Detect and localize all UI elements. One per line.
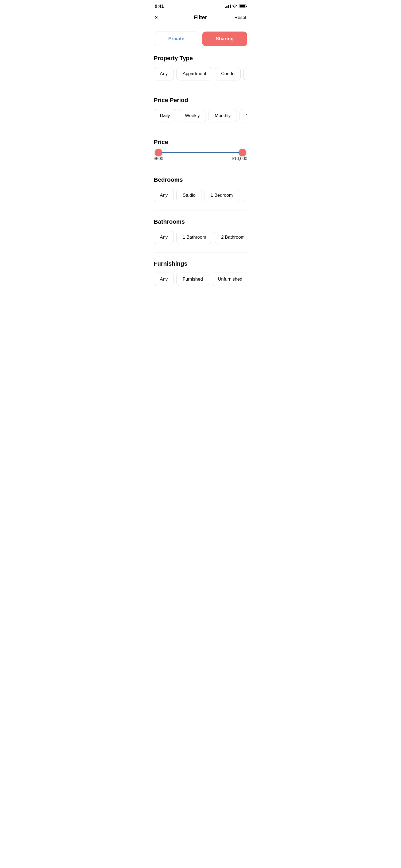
furnished-chip[interactable]: Furnished <box>177 273 209 286</box>
furnishing-chips: Any Furnished Unfurnished <box>154 273 247 287</box>
filter-content: Private Sharing Property Type Any Appart… <box>148 25 253 301</box>
unfurnished-chip[interactable]: Unfurnished <box>212 273 247 286</box>
property-house-chip[interactable]: House <box>243 67 247 81</box>
bedroom-any-chip[interactable]: Any <box>154 189 174 202</box>
sharing-toggle[interactable]: Sharing <box>202 32 247 46</box>
divider-1 <box>154 89 247 89</box>
price-min-thumb[interactable] <box>155 149 162 156</box>
private-toggle[interactable]: Private <box>154 32 199 46</box>
property-apartment-chip[interactable]: Appartment <box>177 67 212 81</box>
bathroom-chips: Any 1 Bathroom 2 Bathroom 3 Bathroom <box>154 230 247 245</box>
period-yearly-chip[interactable]: Yearly <box>240 109 247 122</box>
filter-header: × Filter Reset <box>148 11 253 25</box>
furnishing-any-chip[interactable]: Any <box>154 273 174 286</box>
listing-type-toggle: Private Sharing <box>154 32 247 46</box>
bedroom-1-chip[interactable]: 1 Bedroom <box>205 189 239 202</box>
bathrooms-title: Bathrooms <box>154 218 247 225</box>
furnishings-title: Furnishings <box>154 260 247 267</box>
price-track <box>156 152 245 153</box>
status-time: 9:41 <box>155 4 164 9</box>
price-max-label: $10,000 <box>232 156 247 161</box>
status-icons <box>225 4 246 9</box>
signal-icon <box>225 4 231 8</box>
price-period-chips: Daily Weekly Monthly Yearly <box>154 109 247 123</box>
property-type-title: Property Type <box>154 55 247 62</box>
furnishings-section: Furnishings Any Furnished Unfurnished <box>154 260 247 287</box>
bedroom-2-chip[interactable]: 2 Bedroom <box>242 189 247 202</box>
divider-4 <box>154 211 247 211</box>
status-bar: 9:41 <box>148 0 253 11</box>
bathroom-any-chip[interactable]: Any <box>154 230 174 244</box>
price-section: Price $500 $10,000 <box>154 139 247 161</box>
price-period-section: Price Period Daily Weekly Monthly Yearly <box>154 97 247 123</box>
bathrooms-section: Bathrooms Any 1 Bathroom 2 Bathroom 3 Ba… <box>154 218 247 245</box>
wifi-icon <box>232 4 237 9</box>
period-monthly-chip[interactable]: Monthly <box>209 109 237 122</box>
divider-3 <box>154 168 247 169</box>
page-title: Filter <box>194 14 207 21</box>
bathroom-2-chip[interactable]: 2 Bathroom <box>215 230 247 244</box>
property-type-chips: Any Appartment Condo House <box>154 67 247 82</box>
bedrooms-title: Bedrooms <box>154 176 247 183</box>
price-min-label: $500 <box>154 156 163 161</box>
property-condo-chip[interactable]: Condo <box>215 67 241 81</box>
divider-5 <box>154 252 247 253</box>
price-slider[interactable] <box>156 152 245 153</box>
price-max-thumb[interactable] <box>239 149 246 156</box>
period-daily-chip[interactable]: Daily <box>154 109 176 122</box>
battery-icon <box>239 4 246 8</box>
close-button[interactable]: × <box>155 14 166 21</box>
bedroom-studio-chip[interactable]: Studio <box>177 189 202 202</box>
property-type-section: Property Type Any Appartment Condo House <box>154 55 247 82</box>
price-title: Price <box>154 139 247 146</box>
period-weekly-chip[interactable]: Weekly <box>179 109 206 122</box>
bathroom-1-chip[interactable]: 1 Bathroom <box>177 230 212 244</box>
bedrooms-section: Bedrooms Any Studio 1 Bedroom 2 Bedroom … <box>154 176 247 203</box>
bedroom-chips: Any Studio 1 Bedroom 2 Bedroom 3 Bedroom <box>154 189 247 203</box>
reset-button[interactable]: Reset <box>235 15 246 20</box>
property-any-chip[interactable]: Any <box>154 67 174 81</box>
price-period-title: Price Period <box>154 97 247 104</box>
price-labels: $500 $10,000 <box>154 156 247 161</box>
